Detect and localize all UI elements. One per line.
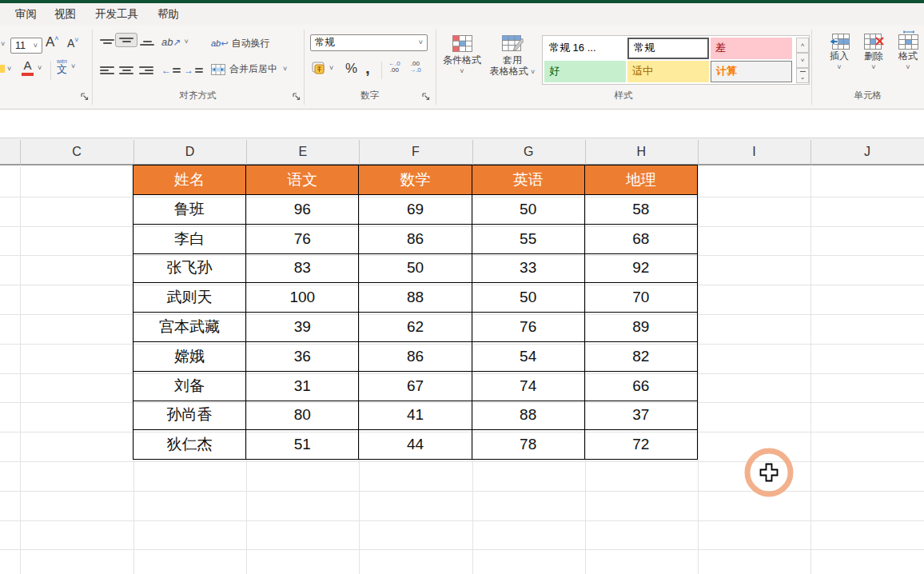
table-cell[interactable]: 55 [472,224,584,253]
column-header-G[interactable]: G [472,138,585,165]
table-cell[interactable]: 66 [584,371,697,401]
table-header-cell[interactable]: 数学 [359,165,472,195]
table-cell[interactable]: 74 [472,371,584,401]
align-right-icon[interactable] [139,65,153,76]
wrap-text-button[interactable]: ab↩ 自动换行 [211,37,269,50]
table-cell[interactable]: 39 [246,313,359,342]
menu-tab-2[interactable]: 开发工具 [85,3,149,25]
decrease-decimal-button[interactable]: .00→.0 [409,61,421,74]
gallery-scroll-down-icon[interactable]: ˅ [796,53,809,68]
font-size-input[interactable]: 11 ˅ [10,38,42,54]
table-cell[interactable]: 41 [359,401,472,430]
table-cell[interactable]: 孙尚香 [133,401,246,430]
table-cell[interactable]: 36 [246,341,359,371]
gallery-more-icon[interactable]: ⌄ [796,68,809,83]
column-header-C[interactable]: C [20,138,133,165]
format-as-table-button[interactable]: 套用 表格格式 ˅ [489,33,536,77]
column-header-J[interactable]: J [810,138,924,165]
table-cell[interactable]: 69 [359,195,472,225]
cell-style-item[interactable]: 好 [544,61,626,82]
table-header-cell[interactable]: 英语 [472,165,584,195]
table-cell[interactable]: 31 [246,371,359,401]
align-center-icon[interactable] [119,65,133,76]
font-name-caret-fragment[interactable]: ˅ [1,41,5,48]
column-header-H[interactable]: H [585,138,698,165]
comma-style-button[interactable]: , [365,58,370,78]
font-dialog-launcher[interactable] [81,93,90,102]
column-header-D[interactable]: D [133,138,246,165]
table-cell[interactable]: 86 [359,341,472,371]
column-header-F[interactable]: F [359,138,472,165]
table-cell[interactable]: 78 [472,430,584,460]
table-cell[interactable]: 狄仁杰 [133,430,246,460]
table-header-cell[interactable]: 地理 [584,165,697,195]
cell-style-item[interactable]: 计算 [711,61,792,82]
grow-font-button[interactable]: A˄ [46,34,59,50]
number-dialog-launcher[interactable] [422,93,432,102]
shrink-font-button[interactable]: A˅ [67,37,79,50]
menu-tab-1[interactable]: 视图 [46,3,85,25]
cell-style-item[interactable]: 适中 [627,61,709,82]
delete-cells-button[interactable]: 删除 ˅ [858,33,890,71]
table-cell[interactable]: 96 [246,195,359,225]
table-cell[interactable]: 88 [472,401,584,430]
table-cell[interactable]: 88 [359,283,472,313]
accounting-format-button[interactable]: ˅ [312,62,333,75]
table-cell[interactable]: 100 [246,283,359,313]
percent-style-button[interactable]: % [345,61,357,77]
merge-center-button[interactable]: 合并后居中 ˅ [211,62,287,76]
increase-indent-icon[interactable]: → [184,65,203,76]
table-cell[interactable]: 51 [246,430,359,460]
insert-cells-button[interactable]: 插入 ˅ [823,33,855,71]
cell-style-item[interactable]: 差 [711,38,792,59]
column-header-I[interactable]: I [698,138,810,165]
table-cell[interactable]: 50 [472,195,584,225]
table-cell[interactable]: 嫦娥 [133,341,246,371]
table-cell[interactable]: 89 [584,313,697,342]
table-cell[interactable]: 鲁班 [133,195,246,225]
table-cell[interactable]: 37 [584,401,697,430]
format-cells-button[interactable]: 格式 ˅ [892,30,924,71]
table-cell[interactable]: 86 [359,224,472,253]
table-cell[interactable]: 92 [584,253,697,283]
align-bottom-icon[interactable] [140,39,154,47]
cell-style-item[interactable]: 常规 [627,38,709,59]
align-top-icon[interactable] [100,38,114,46]
table-cell[interactable]: 70 [584,283,697,313]
orientation-button[interactable]: ab ↗ ˅ [161,36,189,48]
table-cell[interactable]: 72 [584,430,697,460]
table-cell[interactable]: 44 [359,430,472,460]
menu-tab-3[interactable]: 帮助 [149,3,188,25]
phonetic-guide-button[interactable]: wén 文 ˅ [57,58,75,74]
table-cell[interactable]: 武则天 [133,283,246,313]
table-cell[interactable]: 80 [246,401,359,430]
decrease-indent-icon[interactable]: ← [161,65,181,76]
table-cell[interactable]: 50 [472,283,584,313]
alignment-dialog-launcher[interactable] [293,93,302,102]
table-cell[interactable]: 76 [246,224,359,253]
table-cell[interactable]: 宫本武藏 [133,313,246,342]
align-left-icon[interactable] [100,65,114,76]
font-color-button[interactable]: A ˅ [22,60,42,76]
table-cell[interactable]: 76 [472,313,584,342]
gallery-scroll-up-icon[interactable]: ˄ [796,38,809,53]
table-cell[interactable]: 67 [359,371,472,401]
table-header-cell[interactable]: 姓名 [133,165,246,195]
table-cell[interactable]: 张飞孙 [133,253,246,283]
conditional-formatting-button[interactable]: 条件格式 ˅ [441,33,483,75]
table-cell[interactable]: 68 [584,224,697,253]
table-cell[interactable]: 82 [584,341,697,371]
align-middle-icon[interactable] [115,33,137,47]
table-cell[interactable]: 54 [472,341,584,371]
table-cell[interactable]: 33 [472,253,584,283]
table-cell[interactable]: 50 [359,253,472,283]
fill-color-button-fragment[interactable]: ˅ [0,65,11,73]
column-header-E[interactable]: E [246,138,359,165]
table-cell[interactable]: 83 [246,253,359,283]
number-format-select[interactable]: 常规 ˅ [310,34,428,51]
table-cell[interactable]: 62 [359,313,472,342]
table-header-cell[interactable]: 语文 [246,165,359,195]
cell-style-item[interactable]: 常规 16 ... [544,38,626,59]
menu-tab-0[interactable]: 审阅 [6,3,46,25]
table-cell[interactable]: 李白 [133,224,246,253]
